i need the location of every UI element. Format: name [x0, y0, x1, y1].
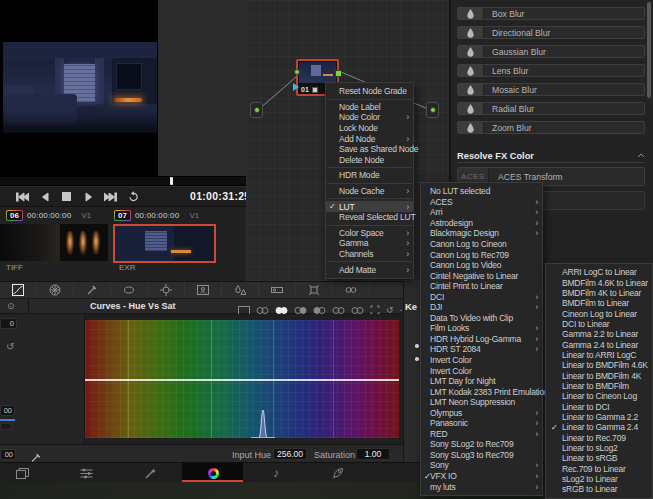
- go-to-end-button[interactable]: [104, 191, 117, 203]
- edit-page-tab[interactable]: [76, 463, 96, 483]
- target-icon[interactable]: ⊙: [7, 301, 15, 311]
- fusion-page-tab[interactable]: [141, 463, 161, 483]
- power-window-icon[interactable]: [111, 282, 148, 298]
- loop-button[interactable]: [126, 191, 139, 203]
- lut-menu-item[interactable]: ✓ HDR Hybrid Log-Gamma ›: [421, 334, 542, 345]
- vfx-io-menu-item[interactable]: ✓ Linear to sLog2 ›: [546, 443, 652, 453]
- lut-menu-item[interactable]: ✓ LMT Day for Night ›: [421, 376, 542, 387]
- value-field-partial[interactable]: 00: [0, 405, 15, 416]
- context-menu-item[interactable]: ✓ Add Node ›: [326, 133, 413, 144]
- viewer-jog-bar[interactable]: [0, 176, 246, 186]
- context-menu-item[interactable]: ✓ Node Cache ›: [326, 186, 413, 197]
- hue-dot[interactable]: [49, 450, 57, 458]
- deliver-page-tab[interactable]: [328, 463, 348, 483]
- vfx-io-menu-item[interactable]: ✓ Linear to Cineon Log ›: [546, 391, 652, 401]
- lut-menu-item[interactable]: ✓ Arri ›: [421, 207, 542, 218]
- vfx-io-menu-item[interactable]: ✓ DCI to Linear ›: [546, 319, 652, 329]
- go-to-start-button[interactable]: [16, 191, 29, 203]
- context-menu-item[interactable]: ✓ Node Label ›: [326, 102, 413, 113]
- fx-list-item[interactable]: Mosaic Blur: [457, 83, 645, 96]
- qualifier-icon[interactable]: [74, 282, 111, 298]
- fx-list-item[interactable]: Box Blur: [457, 7, 645, 20]
- lut-menu-item[interactable]: ✓ Panasonic ›: [421, 418, 542, 429]
- lut-menu-item[interactable]: ✓ my luts ›: [421, 481, 542, 492]
- lut-menu-item[interactable]: ✓ VFX IO ›: [421, 471, 542, 482]
- resolve-fx-color-section[interactable]: Resolve FX Color: [457, 149, 645, 163]
- curves-tool-icon[interactable]: [0, 282, 37, 298]
- vfx-io-menu-item[interactable]: ✓ Linear to BMDFilm 4K ›: [546, 370, 652, 380]
- jog-playhead[interactable]: [170, 177, 173, 185]
- fx-list-item[interactable]: Zoom Blur: [457, 121, 645, 134]
- lut-menu-item[interactable]: ✓ Canon Log to Rec709 ›: [421, 249, 542, 260]
- input-hue-field[interactable]: 256.00: [273, 448, 307, 460]
- hue-dot[interactable]: [94, 450, 102, 458]
- lut-menu-item[interactable]: ✓ Cintel Print to Linear ›: [421, 281, 542, 292]
- vfx-io-menu-item[interactable]: ✓ Linear to DCI ›: [546, 401, 652, 411]
- vfx-io-menu-item[interactable]: ✓ Rec.709 to Linear ›: [546, 464, 652, 474]
- play-button[interactable]: [82, 191, 95, 203]
- vfx-io-menu-item[interactable]: ✓ Linear to Rec.709 ›: [546, 433, 652, 443]
- context-menu-item[interactable]: ✓ Reveal Selected LUT ›: [326, 212, 413, 223]
- value-field-partial[interactable]: 00: [0, 449, 16, 460]
- hue-dot[interactable]: [79, 450, 87, 458]
- context-menu-item[interactable]: ✓ Node Color ›: [326, 112, 413, 123]
- blur-palette-icon[interactable]: [222, 282, 259, 298]
- vfx-io-menu-item[interactable]: ✓ Cineon Log to Linear ›: [546, 308, 652, 318]
- panel-splitter[interactable]: Ke: [403, 281, 420, 462]
- slider-handle[interactable]: [0, 423, 12, 430]
- output-node[interactable]: [426, 102, 439, 118]
- context-menu-item[interactable]: ✓ Add Matte ›: [326, 264, 413, 275]
- collapse-chevron-icon[interactable]: [637, 153, 645, 158]
- lut-menu-item[interactable]: ✓ LMT Neon Suppression ›: [421, 397, 542, 408]
- saturation-field[interactable]: 1.00: [356, 448, 390, 460]
- vfx-io-menu-item[interactable]: ✓ Linear to Gamma 2.2 ›: [546, 412, 652, 422]
- lut-menu-item[interactable]: ✓ Sony ›: [421, 460, 542, 471]
- lut-menu-item[interactable]: ✓ Canon Log to Cineon ›: [421, 239, 542, 250]
- vfx-io-menu-item[interactable]: ✓ Linear to sRGB ›: [546, 453, 652, 463]
- viewer-canvas[interactable]: [0, 0, 158, 176]
- source-input-node[interactable]: [250, 102, 263, 118]
- curve-baseline[interactable]: [85, 379, 399, 381]
- fx-list-item[interactable]: Lens Blur: [457, 64, 645, 77]
- lut-menu-item[interactable]: ✓ Sony SLog2 to Rec709 ›: [421, 439, 542, 450]
- vfx-io-menu-item[interactable]: ✓ sRGB to Linear ›: [546, 484, 652, 494]
- context-menu-item[interactable]: ✓ Channels ›: [326, 249, 413, 260]
- hue-dot[interactable]: [109, 450, 117, 458]
- lut-menu-item[interactable]: ✓ Film Looks ›: [421, 323, 542, 334]
- hue-dot[interactable]: [124, 450, 132, 458]
- context-menu-item[interactable]: ✓ Lock Node ›: [326, 123, 413, 134]
- context-menu-item[interactable]: ✓ LUT ›: [326, 201, 413, 212]
- lut-menu-item[interactable]: ✓ ACES ›: [421, 197, 542, 208]
- stop-button[interactable]: [60, 191, 73, 203]
- context-menu-item[interactable]: ✓ Reset Node Grade ›: [326, 86, 413, 97]
- lut-menu-item[interactable]: ✓ Olympus ›: [421, 407, 542, 418]
- lut-menu-item[interactable]: ✓ Invert Color ›: [421, 355, 542, 366]
- lut-menu-item[interactable]: ✓ Invert Color ›: [421, 365, 542, 376]
- fx-list-item[interactable]: Directional Blur: [457, 26, 645, 39]
- lut-menu-item[interactable]: ✓ No LUT selected ›: [421, 186, 542, 197]
- lut-menu-item[interactable]: ✓ Blackmagic Design ›: [421, 228, 542, 239]
- vfx-io-menu-item[interactable]: ✓ BMDFilm 4.6K to Linear ›: [546, 277, 652, 287]
- hue-vs-sat-curve-area[interactable]: [85, 314, 403, 444]
- vfx-io-menu-item[interactable]: ✓ Linear to Gamma 2.4 ›: [546, 422, 652, 432]
- vfx-io-menu-item[interactable]: ✓ Linear to ARRI LogC ›: [546, 350, 652, 360]
- mini-slider[interactable]: [0, 419, 15, 421]
- vfx-io-menu-item[interactable]: ✓ Gamma 2.2 to Linear ›: [546, 329, 652, 339]
- tracker-icon[interactable]: [148, 282, 185, 298]
- lut-menu-item[interactable]: ✓ LMT Kodak 2383 Print Emulation ›: [421, 386, 542, 397]
- reset-icon[interactable]: ↺: [6, 341, 14, 352]
- vfx-io-menu-item[interactable]: ✓ Linear to BMDFilm 4.6K ›: [546, 360, 652, 370]
- vfx-io-menu-item[interactable]: ✓ sLog2 to Linear ›: [546, 474, 652, 484]
- fx-list-item[interactable]: Radial Blur: [457, 102, 645, 115]
- clip-06-thumbnail[interactable]: [0, 224, 108, 261]
- hue-dot[interactable]: [64, 450, 72, 458]
- lut-menu-item[interactable]: ✓ Cintel Negative to Linear ›: [421, 270, 542, 281]
- node-rgb-input-port[interactable]: [294, 69, 300, 75]
- stereo-3d-icon[interactable]: [333, 282, 370, 298]
- media-page-tab[interactable]: [12, 463, 32, 483]
- vfx-io-menu-item[interactable]: ✓ Gamma 2.4 to Linear ›: [546, 339, 652, 349]
- node-rgb-output-port[interactable]: [335, 70, 342, 77]
- node-key-input-port[interactable]: [293, 83, 299, 91]
- fx-list-item[interactable]: Gaussian Blur: [457, 45, 645, 58]
- sizing-icon[interactable]: [296, 282, 333, 298]
